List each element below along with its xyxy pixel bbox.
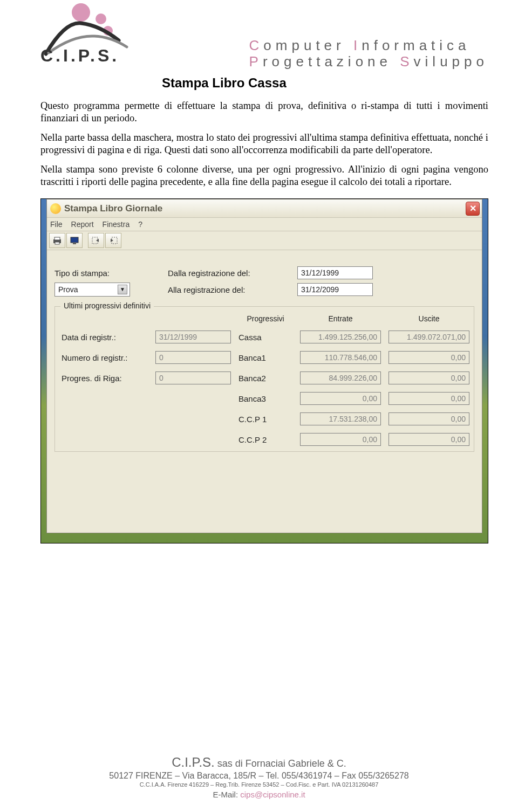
banca2-uscite[interactable]: 0,00	[388, 371, 469, 384]
numero-registr-input[interactable]: 0	[155, 351, 231, 364]
chevron-down-icon: ▼	[118, 285, 127, 294]
ccp1-entrate[interactable]: 17.531.238,00	[300, 412, 381, 425]
group-legend: Ultimi progressivi definitivi	[60, 301, 154, 310]
progressivi-group: Ultimi progressivi definitivi Progressiv…	[54, 306, 474, 452]
menubar: File Report Finestra ?	[47, 218, 482, 231]
banca3-uscite[interactable]: 0,00	[388, 392, 469, 405]
svg-rect-5	[55, 242, 59, 244]
svg-point-1	[96, 13, 106, 24]
data-registr-label: Data di registr.:	[62, 333, 148, 342]
svg-rect-6	[71, 237, 78, 243]
banca1-uscite[interactable]: 0,00	[388, 351, 469, 364]
ccp1-uscite[interactable]: 0,00	[388, 412, 469, 425]
header-right-text: Computer Informatica Progettazione Svilu…	[249, 38, 488, 70]
row-banca1-label: Banca1	[238, 353, 292, 362]
progres-riga-label: Progres. di Riga:	[62, 374, 148, 383]
footer-company: C.I.P.S. sas di Fornaciai Gabriele & C.	[0, 755, 518, 770]
logo-text: C.I.P.S.	[40, 46, 119, 66]
progres-riga-input[interactable]: 0	[155, 371, 231, 384]
document-header: C.I.P.S. Computer Informatica Progettazi…	[0, 0, 518, 86]
logo: C.I.P.S.	[40, 3, 159, 64]
svg-rect-7	[73, 243, 76, 244]
close-button[interactable]: ✕	[466, 202, 480, 216]
document-footer: C.I.P.S. sas di Fornaciai Gabriele & C. …	[0, 755, 518, 799]
app-window: Stampa Libro Giornale ✕ File Report Fine…	[46, 199, 482, 533]
page-title: Stampa Libro Cassa	[162, 75, 287, 91]
cutoff-left-button[interactable]	[88, 233, 104, 248]
titlebar: Stampa Libro Giornale ✕	[47, 199, 482, 218]
cassa-uscite[interactable]: 1.499.072.071,00	[388, 331, 469, 343]
menu-finestra[interactable]: Finestra	[103, 220, 130, 229]
cassa-entrate[interactable]: 1.499.125.256,00	[300, 331, 381, 343]
footer-email: E-Mail: cips@cipsonline.it	[0, 790, 518, 799]
row-banca2-label: Banca2	[238, 374, 292, 383]
svg-rect-4	[54, 237, 60, 240]
row-cassa-label: Cassa	[238, 333, 292, 342]
row-ccp1-label: C.C.P 1	[238, 415, 292, 424]
monitor-icon	[70, 236, 79, 245]
app-icon	[50, 203, 61, 214]
menu-help[interactable]: ?	[138, 220, 142, 229]
numero-registr-label: Numero di registr.:	[62, 353, 148, 362]
print-button[interactable]	[49, 233, 65, 248]
toolbar	[47, 231, 482, 250]
banca1-entrate[interactable]: 110.778.546,00	[300, 351, 381, 364]
printer-icon	[52, 236, 62, 245]
paragraph: Questo programma permette di effettuare …	[40, 100, 488, 124]
tipo-stampa-combo[interactable]: Prova ▼	[54, 283, 130, 297]
dashed-arrow-left-icon	[91, 236, 101, 245]
dalla-reg-input[interactable]: 31/12/1999	[297, 266, 373, 279]
col-uscite: Uscite	[388, 314, 469, 323]
row-banca3-label: Banca3	[238, 394, 292, 403]
banca3-entrate[interactable]: 0,00	[300, 392, 381, 405]
row-ccp2-label: C.C.P 2	[238, 435, 292, 444]
alla-reg-input[interactable]: 31/12/2099	[297, 283, 373, 296]
tipo-stampa-label: Tipo di stampa:	[54, 269, 168, 278]
footer-address: 50127 FIRENZE – Via Baracca, 185/R – Tel…	[0, 771, 518, 781]
footer-registration: C.C.I.A.A. Firenze 416229 – Reg.Trib. Fi…	[0, 781, 518, 788]
alla-reg-label: Alla registrazione del:	[168, 285, 297, 294]
col-progressivi: Progressivi	[238, 314, 292, 323]
data-registr-input[interactable]: 31/12/1999	[155, 331, 231, 343]
form-area: Tipo di stampa: Dalla registrazione del:…	[47, 250, 482, 457]
preview-button[interactable]	[66, 233, 83, 248]
paragraph: Nella stampa sono previste 6 colonne div…	[40, 163, 488, 188]
dashed-arrow-right-icon	[108, 236, 118, 245]
menu-report[interactable]: Report	[71, 220, 94, 229]
menu-file[interactable]: File	[50, 220, 63, 229]
svg-point-0	[72, 3, 90, 22]
cutoff-right-button[interactable]	[105, 233, 121, 248]
body-text: Questo programma permette di effettuare …	[0, 86, 518, 188]
screenshot-frame: Stampa Libro Giornale ✕ File Report Fine…	[40, 198, 488, 543]
dalla-reg-label: Dalla registrazione del:	[168, 269, 297, 278]
ccp2-uscite[interactable]: 0,00	[388, 433, 469, 446]
window-title: Stampa Libro Giornale	[64, 203, 162, 214]
paragraph: Nella parte bassa della maschera, mostra…	[40, 132, 488, 156]
ccp2-entrate[interactable]: 0,00	[300, 433, 381, 446]
banca2-entrate[interactable]: 84.999.226,00	[300, 371, 381, 384]
tipo-stampa-value: Prova	[58, 285, 78, 294]
col-entrate: Entrate	[300, 314, 381, 323]
